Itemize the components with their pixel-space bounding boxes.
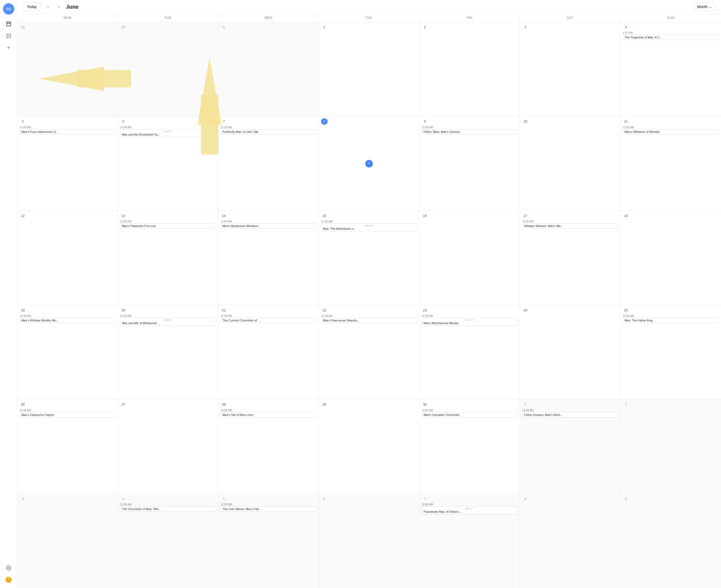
event-block[interactable]: DRAFTMax: The Adventures o...: [321, 223, 417, 231]
sidebar-item-add[interactable]: [4, 43, 14, 52]
event-block[interactable]: Max's Pawsome Purr-suit: [120, 223, 216, 229]
add-event-button[interactable]: +: [365, 160, 373, 168]
event-block[interactable]: Max's Paw-some Detectiv...: [321, 318, 417, 323]
event[interactable]: 12:00 AMWhisker Wisdom: Max's Me...: [522, 220, 618, 229]
view-selector[interactable]: Month ⌄: [694, 3, 716, 11]
event-time: 12:00 AM: [321, 220, 417, 223]
event-title: Max: The Adventures o...: [323, 227, 356, 230]
event[interactable]: 12:00 AMDRAFTMax and the Enchanted Ya...: [120, 126, 216, 137]
day-number: 29: [321, 401, 328, 408]
event-title: Max and Me: A Whiskered ...: [122, 321, 160, 325]
week-row: 1912:00 AMMax's Whisker-Worthy Wo...2012…: [17, 305, 721, 400]
day-number: 3: [20, 496, 26, 502]
event-title: Feline Dreams: Max's Whis...: [524, 413, 563, 417]
event[interactable]: 12:00 AMFeline Tales: Max's Journey: [421, 126, 517, 134]
event-block[interactable]: Feline Tales: Max's Journey: [421, 129, 517, 134]
event-time: 12:00 AM: [522, 409, 618, 412]
event[interactable]: 12:00 AMMax's Whisker-Worthy Wo...: [20, 314, 115, 323]
event[interactable]: 12:00 AMMax's Cat-tastic Chronicles: [421, 409, 517, 418]
event-time: 12:00 AM: [421, 126, 517, 129]
event[interactable]: 12:00 AMMax's Whiskers of Wonder: [623, 126, 719, 134]
event[interactable]: 12:00 AMMax: The Feline King: [623, 314, 719, 323]
event-block[interactable]: Max's Clawsome Capers: [20, 412, 115, 418]
event-time: 12:00 AM: [421, 409, 517, 412]
svg-point-5: [7, 35, 8, 35]
day-cell: 512:00 AMMax's Furry Adventures: A ...: [17, 117, 118, 211]
day-cell: 1912:00 AMMax's Whisker-Worthy Wo...: [17, 305, 118, 399]
event-block[interactable]: The Pawprints of Max: A C...: [623, 35, 719, 40]
event[interactable]: 12:00 AMMax's Paw-some Detectiv...: [321, 314, 417, 323]
event[interactable]: 12:00 AMMax's Pawsome Purr-suit: [120, 220, 216, 229]
event[interactable]: 12:00 AMFeline Dreams: Max's Whis...: [522, 409, 618, 418]
next-month-button[interactable]: ›: [55, 3, 63, 10]
event-block[interactable]: Max: The Feline King: [623, 318, 719, 323]
event-block[interactable]: Max's Tail of Nine Lives: [221, 412, 316, 418]
event[interactable]: 12:00 AMDRAFTMax's Mischievous Meows: [421, 314, 517, 326]
event-block[interactable]: Whisker Wisdom: Max's Me...: [522, 223, 618, 229]
event-block[interactable]: The Curious Chronicles of ...: [221, 318, 316, 323]
event[interactable]: 12:00 AMDRAFTMax and Me: A Whiskered ...: [120, 314, 216, 326]
event-block[interactable]: The Cat's Meow: Max's Feli...: [221, 506, 316, 512]
day-number: 17: [522, 212, 529, 219]
event[interactable]: 12:00 AMMax's Mysterious Whiskers: [221, 220, 316, 229]
event-block[interactable]: DRAFTMax's Mischievous Meows: [421, 318, 517, 326]
event[interactable]: 12:00 AMPurrfectly Max: A Cat's Tale: [221, 126, 316, 134]
event[interactable]: 2:15 PMThe Pawprints of Max: A C...: [623, 31, 719, 40]
draft-label: DRAFT: [122, 319, 214, 321]
prev-month-button[interactable]: ‹: [44, 3, 52, 10]
today-button[interactable]: Today: [23, 3, 41, 11]
day-cell: 412:00 AMThe Chronicles of Max: Whi...: [118, 494, 218, 588]
event-title: Max's Tail of Nine Lives: [223, 413, 253, 417]
day-number: 11: [623, 118, 629, 125]
event-title: Max's Mysterious Whiskers: [223, 224, 259, 228]
app-logo[interactable]: TC: [3, 3, 14, 15]
month-title: June: [66, 4, 79, 10]
day-number: 28: [221, 401, 227, 408]
event-block[interactable]: Max's Whisker-Worthy Wo...: [20, 318, 115, 323]
event[interactable]: 12:00 AMDRAFTMax: The Adventures o...: [321, 220, 417, 231]
week-row: 3412:00 AMThe Chronicles of Max: Whi...5…: [17, 494, 721, 588]
event-block[interactable]: DRAFTPawsitively Max: A Feline's ...: [421, 506, 517, 514]
day-number: 9: [421, 118, 428, 125]
event-block[interactable]: Max's Whiskers of Wonder: [623, 129, 719, 134]
event-block[interactable]: The Chronicles of Max: Whi...: [120, 506, 216, 512]
day-cell: 1512:00 AMDRAFTMax: The Adventures o...: [319, 211, 419, 305]
day-cell: 2512:00 AMMax: The Feline King: [621, 305, 721, 399]
day-number: 31: [221, 24, 227, 30]
sidebar-item-images[interactable]: [4, 31, 14, 41]
sidebar-item-settings[interactable]: [4, 563, 14, 573]
event[interactable]: 12:00 AMThe Cat's Meow: Max's Feli...: [221, 503, 316, 512]
event[interactable]: 12:00 AMMax's Clawsome Capers: [20, 409, 115, 418]
event[interactable]: 12:00 AMThe Curious Chronicles of ...: [221, 314, 316, 323]
day-number: 12: [20, 212, 26, 219]
user-avatar[interactable]: 😊: [4, 575, 14, 585]
day-number: 25: [623, 307, 629, 313]
event-block[interactable]: DRAFTMax and the Enchanted Ya...: [120, 129, 216, 137]
day-cell: 29: [319, 400, 419, 494]
event-block[interactable]: Purrfectly Max: A Cat's Tale: [221, 129, 316, 134]
day-header-fri: FRI: [419, 14, 520, 22]
event[interactable]: 12:00 AMDRAFTPawsitively Max: A Feline's…: [421, 503, 517, 514]
day-cell: 30: [118, 22, 218, 117]
event[interactable]: 12:00 AMMax's Furry Adventures: A ...: [20, 126, 115, 134]
day-cell: 10: [520, 117, 620, 211]
day-cell: 2112:00 AMThe Curious Chronicles of ...: [219, 305, 319, 399]
day-header-sat: SAT: [520, 14, 620, 22]
event-time: 12:00 AM: [221, 314, 316, 317]
svg-point-8: [8, 567, 9, 569]
event-block[interactable]: Max's Furry Adventures: A ...: [20, 129, 115, 134]
event-title: Feline Tales: Max's Journey: [424, 130, 460, 133]
event-block[interactable]: Feline Dreams: Max's Whis...: [522, 412, 618, 418]
event-block[interactable]: Max's Cat-tastic Chronicles: [421, 412, 517, 418]
event[interactable]: 12:00 AMThe Chronicles of Max: Whi...: [120, 503, 216, 512]
event-time: 12:00 AM: [120, 220, 216, 223]
day-cell: 8+: [319, 117, 419, 211]
draft-label: DRAFT: [424, 319, 515, 321]
event-block[interactable]: Max's Mysterious Whiskers: [221, 223, 316, 229]
day-number: 22: [321, 307, 328, 313]
day-cell: 6: [319, 494, 419, 588]
event-block[interactable]: DRAFTMax and Me: A Whiskered ...: [120, 318, 216, 326]
event-time: 12:00 AM: [421, 314, 517, 317]
event[interactable]: 12:00 AMMax's Tail of Nine Lives: [221, 409, 316, 418]
sidebar-item-calendar[interactable]: [4, 19, 14, 29]
